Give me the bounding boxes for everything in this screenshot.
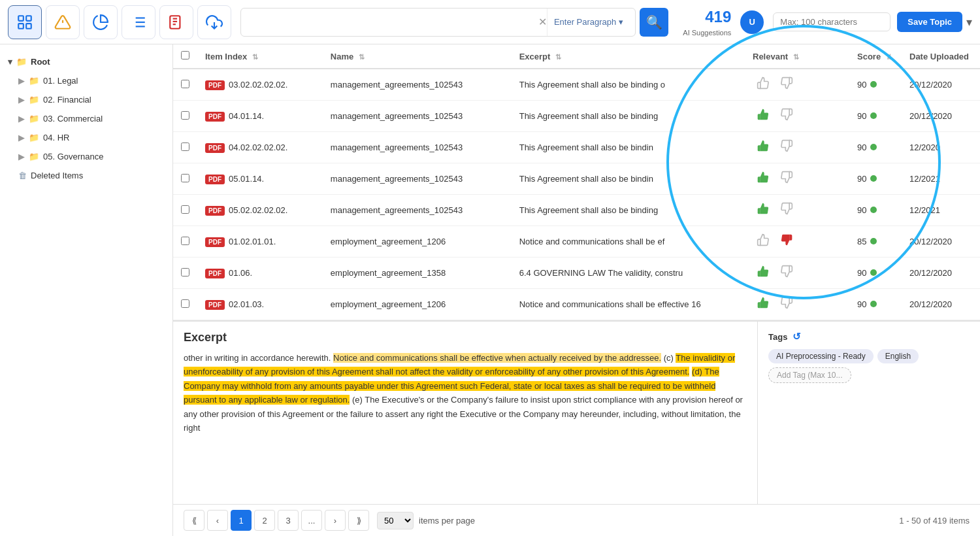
save-topic-button[interactable]: Save Topic bbox=[897, 12, 962, 32]
table-row[interactable]: PDF01.06. employment_agreement_1358 6.4 … bbox=[173, 258, 980, 289]
page-last-btn[interactable]: ⟫ bbox=[348, 510, 369, 531]
col-relevant[interactable]: Relevant ⇅ bbox=[745, 44, 849, 69]
search-input[interactable]: governing law bbox=[246, 17, 538, 27]
pdf-badge: PDF bbox=[205, 237, 225, 247]
table-row[interactable]: PDF02.01.03. employment_agreement_1206 N… bbox=[173, 289, 980, 320]
thumb-down-button[interactable] bbox=[776, 138, 797, 157]
thumb-up-button[interactable] bbox=[753, 201, 774, 220]
home-button[interactable] bbox=[8, 5, 42, 39]
page-2-btn[interactable]: 2 bbox=[254, 510, 275, 531]
table-row[interactable]: PDF05.01.14. management_agreements_10254… bbox=[173, 163, 980, 195]
sidebar-root[interactable]: ▾ 📁 Root bbox=[0, 52, 172, 71]
row-checkbox[interactable] bbox=[181, 268, 189, 276]
sidebar-item-financial[interactable]: ▶ 📁 02. Financial bbox=[0, 90, 172, 109]
select-all-checkbox[interactable] bbox=[181, 51, 189, 59]
tags-refresh-icon[interactable]: ↺ bbox=[792, 331, 801, 343]
row-checkbox[interactable] bbox=[181, 174, 189, 182]
row-excerpt: This Agreement shall also be binding o bbox=[512, 69, 745, 101]
table-row[interactable]: PDF05.02.02.02.02. management_agreements… bbox=[173, 195, 980, 226]
pdf-badge: PDF bbox=[205, 206, 225, 216]
enter-paragraph-button[interactable]: Enter Paragraph ▾ bbox=[547, 8, 630, 36]
page-1-btn[interactable]: 1 bbox=[231, 510, 252, 531]
col-date[interactable]: Date Uploaded bbox=[902, 44, 980, 69]
thumb-up-button[interactable] bbox=[753, 75, 774, 94]
col-relevant-label: Relevant bbox=[753, 52, 788, 61]
thumb-up-button[interactable] bbox=[753, 263, 774, 282]
user-avatar[interactable]: U bbox=[740, 10, 764, 34]
col-score[interactable]: Score ⇅ bbox=[849, 44, 902, 69]
page-next-btn[interactable]: › bbox=[325, 510, 346, 531]
sidebar-item-governance[interactable]: ▶ 📁 05. Governance bbox=[0, 147, 172, 166]
sidebar-item-commercial[interactable]: ▶ 📁 03. Commercial bbox=[0, 109, 172, 128]
row-date: 20/12/2020 bbox=[902, 258, 980, 289]
page-prev-btn[interactable]: ‹ bbox=[207, 510, 228, 531]
svg-rect-2 bbox=[18, 24, 24, 29]
search-submit-button[interactable]: 🔍 bbox=[640, 8, 668, 37]
download-button[interactable] bbox=[197, 5, 231, 39]
sort-icon: ⇅ bbox=[793, 53, 799, 61]
thumb-down-button[interactable] bbox=[776, 232, 797, 251]
col-name[interactable]: Name ⇅ bbox=[323, 44, 512, 69]
row-checkbox[interactable] bbox=[181, 142, 189, 151]
table-row[interactable]: PDF04.01.14. management_agreements_10254… bbox=[173, 101, 980, 132]
results-table: Item Index ⇅ Name ⇅ Excerpt ⇅ bbox=[173, 44, 980, 321]
table-row[interactable]: PDF01.02.01.01. employment_agreement_120… bbox=[173, 226, 980, 258]
warning-button[interactable] bbox=[46, 5, 80, 39]
col-item-index[interactable]: Item Index ⇅ bbox=[197, 44, 323, 69]
thumb-up-button[interactable] bbox=[753, 295, 774, 314]
thumb-up-button[interactable] bbox=[753, 107, 774, 126]
row-checkbox-cell bbox=[173, 132, 197, 163]
row-score: 90 bbox=[849, 69, 902, 101]
row-checkbox[interactable] bbox=[181, 111, 189, 120]
topic-chevron-icon[interactable]: ▾ bbox=[966, 15, 972, 29]
table-row[interactable]: PDF04.02.02.02.02. management_agreements… bbox=[173, 132, 980, 163]
sidebar-item-hr[interactable]: ▶ 📁 04. HR bbox=[0, 128, 172, 147]
thumb-down-button[interactable] bbox=[776, 295, 797, 314]
folder-icon: 📁 bbox=[29, 133, 39, 142]
select-all-header[interactable] bbox=[173, 44, 197, 69]
row-checkbox[interactable] bbox=[181, 237, 189, 245]
thumb-up-button[interactable] bbox=[753, 138, 774, 157]
thumb-up-button[interactable] bbox=[753, 169, 774, 188]
row-checkbox-cell bbox=[173, 195, 197, 226]
sidebar-item-deleted[interactable]: 🗑 Deleted Items bbox=[0, 166, 172, 185]
row-checkbox[interactable] bbox=[181, 299, 189, 308]
row-index: PDF02.01.03. bbox=[197, 289, 323, 320]
ai-suggestions-area: 419 AI Suggestions bbox=[683, 8, 731, 37]
thumb-up-button[interactable] bbox=[753, 232, 774, 251]
page-info: 1 - 50 of 419 items bbox=[899, 516, 970, 526]
topic-input[interactable] bbox=[773, 12, 890, 31]
row-date: 20/12/2020 bbox=[902, 101, 980, 132]
folder-icon: 📁 bbox=[29, 114, 39, 124]
add-tag-button[interactable]: Add Tag (Max 10... bbox=[768, 367, 851, 383]
row-name: employment_agreement_1206 bbox=[323, 289, 512, 320]
thumb-down-button[interactable] bbox=[776, 107, 797, 126]
page-first-btn[interactable]: ⟪ bbox=[184, 510, 204, 531]
search-clear-icon[interactable]: ✕ bbox=[538, 16, 547, 28]
row-checkbox[interactable] bbox=[181, 205, 189, 214]
upload-button[interactable] bbox=[159, 5, 193, 39]
chart-button[interactable] bbox=[84, 5, 118, 39]
row-excerpt: This Agreement shall also be binding bbox=[512, 101, 745, 132]
row-score: 90 bbox=[849, 101, 902, 132]
score-dot bbox=[870, 207, 877, 213]
page-3-btn[interactable]: 3 bbox=[278, 510, 299, 531]
items-per-page-select[interactable]: 10 25 50 100 bbox=[377, 512, 414, 529]
row-checkbox[interactable] bbox=[181, 80, 189, 88]
pdf-badge: PDF bbox=[205, 143, 225, 153]
thumb-down-button[interactable] bbox=[776, 169, 797, 188]
table-row[interactable]: PDF03.02.02.02.02. management_agreements… bbox=[173, 69, 980, 101]
thumb-down-button[interactable] bbox=[776, 263, 797, 282]
score-dot bbox=[870, 238, 877, 244]
score-dot bbox=[870, 81, 877, 88]
sidebar-item-legal[interactable]: ▶ 📁 01. Legal bbox=[0, 71, 172, 90]
col-name-label: Name bbox=[331, 52, 353, 61]
main-layout: ▾ 📁 Root ▶ 📁 01. Legal ▶ 📁 02. Financial… bbox=[0, 44, 980, 536]
svg-rect-0 bbox=[18, 16, 24, 21]
page-ellipsis-btn[interactable]: ... bbox=[301, 510, 322, 531]
thumb-down-button[interactable] bbox=[776, 201, 797, 220]
tag-badge: AI Preprocessing - Ready bbox=[768, 349, 874, 363]
list-button[interactable] bbox=[122, 5, 155, 39]
col-excerpt[interactable]: Excerpt ⇅ bbox=[512, 44, 745, 69]
thumb-down-button[interactable] bbox=[776, 75, 797, 94]
